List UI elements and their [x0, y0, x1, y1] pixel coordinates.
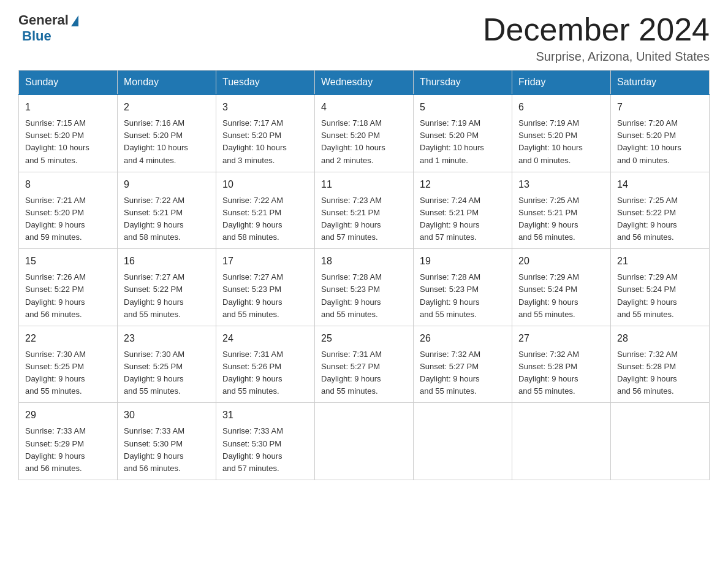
- title-area: December 2024 Surprise, Arizona, United …: [483, 12, 710, 64]
- day-number: 21: [617, 254, 703, 269]
- day-number: 4: [321, 100, 407, 115]
- day-number: 11: [321, 177, 407, 192]
- column-header-wednesday: Wednesday: [315, 71, 414, 95]
- calendar-cell: 7Sunrise: 7:20 AM Sunset: 5:20 PM Daylig…: [611, 94, 710, 172]
- day-info: Sunrise: 7:19 AM Sunset: 5:20 PM Dayligh…: [420, 117, 506, 167]
- day-info: Sunrise: 7:33 AM Sunset: 5:30 PM Dayligh…: [124, 425, 210, 475]
- day-info: Sunrise: 7:22 AM Sunset: 5:21 PM Dayligh…: [124, 194, 210, 244]
- column-header-tuesday: Tuesday: [216, 71, 315, 95]
- month-title: December 2024: [483, 12, 710, 47]
- logo-general-text: General: [18, 12, 69, 28]
- day-number: 18: [321, 254, 407, 269]
- day-info: Sunrise: 7:15 AM Sunset: 5:20 PM Dayligh…: [25, 117, 111, 167]
- calendar-cell: 21Sunrise: 7:29 AM Sunset: 5:24 PM Dayli…: [611, 249, 710, 326]
- day-info: Sunrise: 7:32 AM Sunset: 5:28 PM Dayligh…: [518, 348, 604, 398]
- calendar-cell: 26Sunrise: 7:32 AM Sunset: 5:27 PM Dayli…: [414, 326, 512, 403]
- calendar-cell: 5Sunrise: 7:19 AM Sunset: 5:20 PM Daylig…: [414, 94, 512, 172]
- calendar-cell: 28Sunrise: 7:32 AM Sunset: 5:28 PM Dayli…: [611, 326, 710, 403]
- calendar-cell: 19Sunrise: 7:28 AM Sunset: 5:23 PM Dayli…: [414, 249, 512, 326]
- day-info: Sunrise: 7:29 AM Sunset: 5:24 PM Dayligh…: [518, 271, 604, 321]
- day-number: 23: [124, 331, 210, 346]
- day-info: Sunrise: 7:31 AM Sunset: 5:26 PM Dayligh…: [222, 348, 308, 398]
- calendar-cell: 8Sunrise: 7:21 AM Sunset: 5:20 PM Daylig…: [19, 172, 118, 249]
- day-info: Sunrise: 7:27 AM Sunset: 5:23 PM Dayligh…: [222, 271, 308, 321]
- day-info: Sunrise: 7:32 AM Sunset: 5:28 PM Dayligh…: [617, 348, 703, 398]
- calendar-cell: 12Sunrise: 7:24 AM Sunset: 5:21 PM Dayli…: [414, 172, 512, 249]
- day-number: 17: [222, 254, 308, 269]
- calendar-cell: 23Sunrise: 7:30 AM Sunset: 5:25 PM Dayli…: [118, 326, 216, 403]
- calendar-cell: 4Sunrise: 7:18 AM Sunset: 5:20 PM Daylig…: [315, 94, 414, 172]
- calendar-cell: 31Sunrise: 7:33 AM Sunset: 5:30 PM Dayli…: [216, 403, 315, 480]
- calendar-week-row: 8Sunrise: 7:21 AM Sunset: 5:20 PM Daylig…: [19, 172, 710, 249]
- day-number: 5: [420, 100, 506, 115]
- calendar-cell: [611, 403, 710, 480]
- column-header-thursday: Thursday: [414, 71, 512, 95]
- calendar-table: SundayMondayTuesdayWednesdayThursdayFrid…: [18, 70, 710, 480]
- day-number: 7: [617, 100, 703, 115]
- day-number: 1: [25, 100, 111, 115]
- day-info: Sunrise: 7:33 AM Sunset: 5:29 PM Dayligh…: [25, 425, 111, 475]
- day-number: 22: [25, 331, 111, 346]
- calendar-cell: 22Sunrise: 7:30 AM Sunset: 5:25 PM Dayli…: [19, 326, 118, 403]
- day-info: Sunrise: 7:29 AM Sunset: 5:24 PM Dayligh…: [617, 271, 703, 321]
- calendar-header-row: SundayMondayTuesdayWednesdayThursdayFrid…: [19, 71, 710, 95]
- day-info: Sunrise: 7:33 AM Sunset: 5:30 PM Dayligh…: [222, 425, 308, 475]
- day-info: Sunrise: 7:21 AM Sunset: 5:20 PM Dayligh…: [25, 194, 111, 244]
- day-info: Sunrise: 7:22 AM Sunset: 5:21 PM Dayligh…: [222, 194, 308, 244]
- day-info: Sunrise: 7:17 AM Sunset: 5:20 PM Dayligh…: [222, 117, 308, 167]
- day-number: 29: [25, 408, 111, 423]
- day-info: Sunrise: 7:24 AM Sunset: 5:21 PM Dayligh…: [420, 194, 506, 244]
- calendar-cell: 1Sunrise: 7:15 AM Sunset: 5:20 PM Daylig…: [19, 94, 118, 172]
- day-number: 10: [222, 177, 308, 192]
- day-number: 28: [617, 331, 703, 346]
- day-info: Sunrise: 7:23 AM Sunset: 5:21 PM Dayligh…: [321, 194, 407, 244]
- calendar-cell: 30Sunrise: 7:33 AM Sunset: 5:30 PM Dayli…: [118, 403, 216, 480]
- calendar-week-row: 1Sunrise: 7:15 AM Sunset: 5:20 PM Daylig…: [19, 94, 710, 172]
- day-number: 24: [222, 331, 308, 346]
- day-info: Sunrise: 7:25 AM Sunset: 5:22 PM Dayligh…: [617, 194, 703, 244]
- day-number: 12: [420, 177, 506, 192]
- day-info: Sunrise: 7:16 AM Sunset: 5:20 PM Dayligh…: [124, 117, 210, 167]
- day-number: 2: [124, 100, 210, 115]
- calendar-cell: 10Sunrise: 7:22 AM Sunset: 5:21 PM Dayli…: [216, 172, 315, 249]
- column-header-saturday: Saturday: [611, 71, 710, 95]
- day-info: Sunrise: 7:26 AM Sunset: 5:22 PM Dayligh…: [25, 271, 111, 321]
- day-number: 31: [222, 408, 308, 423]
- day-info: Sunrise: 7:18 AM Sunset: 5:20 PM Dayligh…: [321, 117, 407, 167]
- logo-blue-text: Blue: [21, 28, 51, 44]
- day-number: 26: [420, 331, 506, 346]
- logo: General Blue: [18, 12, 78, 44]
- calendar-cell: 20Sunrise: 7:29 AM Sunset: 5:24 PM Dayli…: [512, 249, 611, 326]
- day-info: Sunrise: 7:27 AM Sunset: 5:22 PM Dayligh…: [124, 271, 210, 321]
- calendar-cell: 27Sunrise: 7:32 AM Sunset: 5:28 PM Dayli…: [512, 326, 611, 403]
- calendar-cell: 6Sunrise: 7:19 AM Sunset: 5:20 PM Daylig…: [512, 94, 611, 172]
- day-number: 27: [518, 331, 604, 346]
- page-header: General Blue December 2024 Surprise, Ari…: [18, 12, 710, 64]
- day-number: 14: [617, 177, 703, 192]
- calendar-cell: 9Sunrise: 7:22 AM Sunset: 5:21 PM Daylig…: [118, 172, 216, 249]
- day-number: 16: [124, 254, 210, 269]
- day-number: 20: [518, 254, 604, 269]
- calendar-cell: 14Sunrise: 7:25 AM Sunset: 5:22 PM Dayli…: [611, 172, 710, 249]
- calendar-cell: [315, 403, 414, 480]
- day-info: Sunrise: 7:28 AM Sunset: 5:23 PM Dayligh…: [321, 271, 407, 321]
- day-info: Sunrise: 7:19 AM Sunset: 5:20 PM Dayligh…: [518, 117, 604, 167]
- day-number: 6: [518, 100, 604, 115]
- calendar-cell: 16Sunrise: 7:27 AM Sunset: 5:22 PM Dayli…: [118, 249, 216, 326]
- day-info: Sunrise: 7:20 AM Sunset: 5:20 PM Dayligh…: [617, 117, 703, 167]
- column-header-monday: Monday: [118, 71, 216, 95]
- day-number: 19: [420, 254, 506, 269]
- day-number: 15: [25, 254, 111, 269]
- calendar-week-row: 15Sunrise: 7:26 AM Sunset: 5:22 PM Dayli…: [19, 249, 710, 326]
- logo-text: General: [18, 12, 78, 28]
- day-number: 13: [518, 177, 604, 192]
- day-number: 9: [124, 177, 210, 192]
- day-number: 3: [222, 100, 308, 115]
- column-header-friday: Friday: [512, 71, 611, 95]
- day-info: Sunrise: 7:25 AM Sunset: 5:21 PM Dayligh…: [518, 194, 604, 244]
- calendar-cell: [414, 403, 512, 480]
- location-text: Surprise, Arizona, United States: [483, 50, 710, 64]
- calendar-cell: 25Sunrise: 7:31 AM Sunset: 5:27 PM Dayli…: [315, 326, 414, 403]
- calendar-cell: 2Sunrise: 7:16 AM Sunset: 5:20 PM Daylig…: [118, 94, 216, 172]
- calendar-cell: 13Sunrise: 7:25 AM Sunset: 5:21 PM Dayli…: [512, 172, 611, 249]
